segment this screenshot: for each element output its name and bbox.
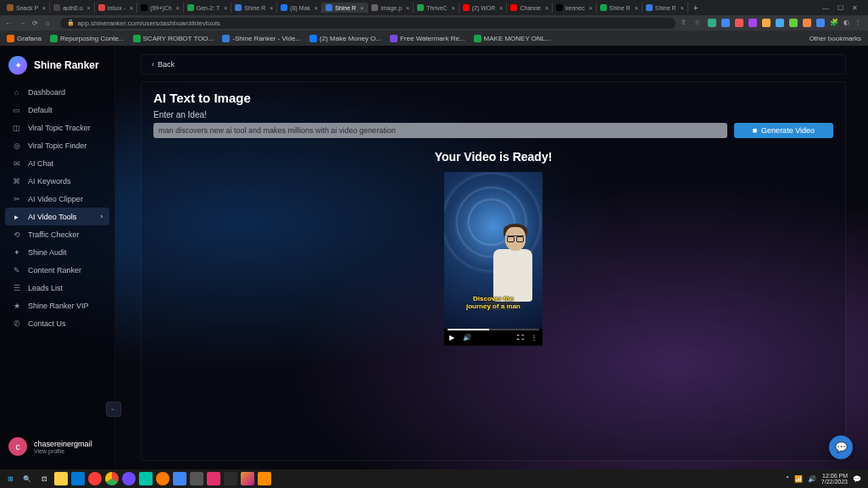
ext-icon[interactable] <box>816 19 825 27</box>
close-icon[interactable]: × <box>589 5 593 11</box>
browser-tab[interactable]: Shine R× <box>597 3 643 13</box>
browser-tab[interactable]: Shine R× <box>231 3 277 13</box>
home-icon[interactable]: ⌂ <box>46 19 50 27</box>
other-bookmarks[interactable]: Other bookmarks <box>807 35 861 42</box>
close-icon[interactable]: × <box>681 5 684 11</box>
browser-tab[interactable]: auth0.o× <box>50 3 94 13</box>
bookmark-item[interactable]: Free Watermark Re... <box>390 35 465 42</box>
browser-tab[interactable]: (2) WOR× <box>459 3 508 13</box>
back-icon[interactable]: ← <box>5 19 12 27</box>
tray-chevron-icon[interactable]: ˄ <box>786 475 789 483</box>
video-preview[interactable]: Discover the journey of a man ▶ 🔊 ⛶ ⋮ <box>444 172 542 346</box>
close-icon[interactable]: × <box>224 5 227 11</box>
more-icon[interactable]: ⋮ <box>531 334 537 341</box>
back-button[interactable]: ‹ Back <box>141 54 846 75</box>
taskview-icon[interactable]: ⊡ <box>37 472 51 485</box>
ext-icon[interactable] <box>762 19 771 27</box>
bookmark-item[interactable]: SCARY ROBOT TOO... <box>133 35 214 42</box>
app-icon[interactable] <box>224 472 237 485</box>
ext-icon[interactable] <box>748 19 757 27</box>
browser-tab[interactable]: Channe× <box>507 3 553 13</box>
close-icon[interactable]: × <box>314 5 318 11</box>
sidebar-item[interactable]: ★Shine Ranker VIP <box>5 297 109 314</box>
explorer-icon[interactable] <box>54 472 68 485</box>
close-icon[interactable]: × <box>42 5 46 11</box>
app-icon[interactable] <box>190 472 203 485</box>
bookmark-item[interactable]: Repurposing Conte... <box>50 35 125 42</box>
profile-icon[interactable]: ◐ <box>843 19 849 27</box>
close-icon[interactable]: ✕ <box>852 4 858 12</box>
browser-tab[interactable]: Gen-2: T× <box>184 3 232 13</box>
wifi-icon[interactable]: 📶 <box>794 475 803 483</box>
app-icon[interactable] <box>88 472 102 485</box>
browser-tab[interactable]: Snack P× <box>3 3 50 13</box>
sidebar-item[interactable]: ✉AI Chat <box>5 154 109 172</box>
sidebar-item[interactable]: ☰Leads List <box>5 279 109 297</box>
progress-bar[interactable] <box>448 329 539 330</box>
browser-tab[interactable]: Shine R× <box>643 3 688 13</box>
sidebar-item[interactable]: ✎Content Ranker <box>5 261 109 279</box>
sidebar-item[interactable]: ✆Contact Us <box>5 314 109 332</box>
browser-tab[interactable]: Inbox -× <box>95 3 138 13</box>
menu-icon[interactable]: ⋮ <box>854 19 863 27</box>
sidebar-item[interactable]: ▸AI Video Tools› <box>5 208 109 225</box>
sidebar-item[interactable]: ✂AI Video Clipper <box>5 190 109 208</box>
play-icon[interactable]: ▶ <box>449 334 454 341</box>
fullscreen-icon[interactable]: ⛶ <box>517 334 524 341</box>
close-icon[interactable]: × <box>87 5 91 11</box>
close-icon[interactable]: × <box>130 5 133 11</box>
browser-tab[interactable]: ThriveC× <box>414 3 459 13</box>
ext-icon[interactable] <box>789 19 798 27</box>
url-bar[interactable]: 🔒 app.shineranker.com/usersdashboard#dev… <box>60 18 676 29</box>
sidebar-item[interactable]: ⌘AI Keywords <box>5 172 109 190</box>
maximize-icon[interactable]: ☐ <box>837 4 843 12</box>
app-icon[interactable] <box>71 472 85 485</box>
forward-icon[interactable]: → <box>19 19 25 27</box>
sidebar-item[interactable]: ▭Default <box>5 101 109 119</box>
close-icon[interactable]: × <box>406 5 409 11</box>
bookmark-item[interactable]: MAKE MONEY ONL... <box>474 35 551 42</box>
chrome-icon[interactable] <box>105 472 119 485</box>
close-icon[interactable]: × <box>635 5 638 11</box>
sidebar-item[interactable]: ⟲Traffic Checker <box>5 225 109 243</box>
close-icon[interactable]: × <box>452 5 455 11</box>
sidebar-item[interactable]: ⌂Dashboard <box>5 83 109 101</box>
app-icon[interactable] <box>173 472 186 485</box>
reload-icon[interactable]: ⟳ <box>32 19 38 27</box>
ext-icon[interactable] <box>708 19 716 27</box>
idea-input[interactable] <box>153 123 727 138</box>
app-icon[interactable] <box>139 472 153 485</box>
brand[interactable]: ✦ Shine Ranker <box>0 53 114 83</box>
browser-tab[interactable]: image.p× <box>368 3 414 13</box>
share-icon[interactable]: ⇪ <box>681 19 689 27</box>
volume-icon[interactable]: 🔊 <box>463 334 471 341</box>
browser-tab[interactable]: Shine R× <box>322 3 368 13</box>
chat-fab[interactable]: 💬 <box>829 435 853 459</box>
ext-icon[interactable] <box>735 19 743 27</box>
bookmark-item[interactable]: Grafana <box>7 35 42 42</box>
star-icon[interactable]: ☆ <box>694 19 703 27</box>
bookmark-item[interactable]: (2) Make Money O... <box>309 35 381 42</box>
search-icon[interactable]: 🔍 <box>20 472 34 485</box>
ext-menu-icon[interactable]: 🧩 <box>830 19 838 27</box>
app-icon[interactable] <box>207 472 220 485</box>
close-icon[interactable]: × <box>176 5 180 11</box>
sidebar-item[interactable]: ◎Viral Topic Finder <box>5 136 109 154</box>
generate-video-button[interactable]: ■ Generate Video <box>734 123 833 138</box>
close-icon[interactable]: × <box>499 5 503 11</box>
close-icon[interactable]: × <box>360 5 364 11</box>
app-icon[interactable] <box>241 472 254 485</box>
notifications-icon[interactable]: 💬 <box>853 475 861 483</box>
app-icon[interactable] <box>122 472 136 485</box>
close-icon[interactable]: × <box>270 5 273 11</box>
start-icon[interactable]: ⊞ <box>3 472 17 485</box>
minimize-icon[interactable]: — <box>822 4 829 12</box>
ext-icon[interactable] <box>721 19 730 27</box>
ext-icon[interactable] <box>776 19 784 27</box>
browser-tab[interactable]: (8) Mak× <box>277 3 322 13</box>
browser-tab[interactable]: (99+)Ch× <box>137 3 184 13</box>
sidebar-item[interactable]: ✦Shine Audit <box>5 243 109 261</box>
close-icon[interactable]: × <box>545 5 548 11</box>
user-block[interactable]: c chasereinergmail View profile <box>0 430 114 463</box>
app-icon[interactable] <box>258 472 271 485</box>
